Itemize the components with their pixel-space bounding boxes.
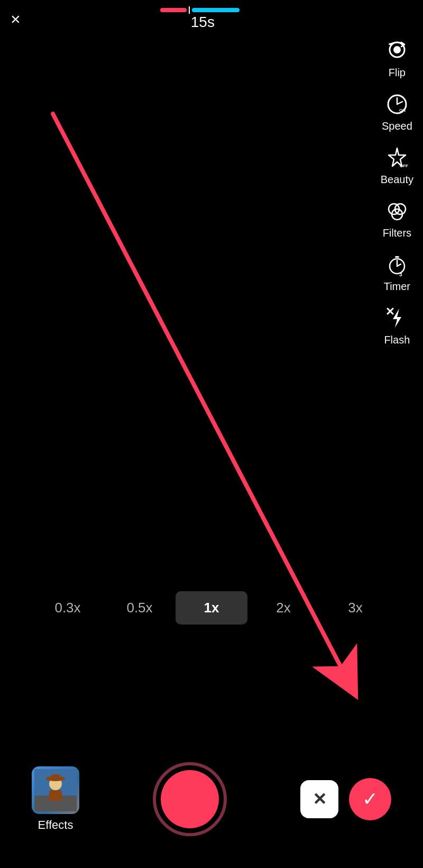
progress-cyan bbox=[192, 8, 240, 12]
svg-text:3: 3 bbox=[399, 272, 402, 276]
svg-point-1 bbox=[393, 46, 401, 53]
flip-label: Flip bbox=[389, 67, 406, 79]
top-bar: × 15s bbox=[0, 0, 423, 32]
zoom-1x[interactable]: 1x bbox=[176, 591, 247, 625]
zoom-0.5x[interactable]: 0.5x bbox=[104, 591, 176, 625]
timer-text: 15s bbox=[191, 14, 215, 31]
svg-rect-11 bbox=[395, 256, 399, 258]
record-button[interactable] bbox=[153, 762, 227, 836]
flash-icon bbox=[383, 304, 411, 332]
effects-thumbnail bbox=[32, 766, 79, 814]
effects-label: Effects bbox=[38, 818, 73, 832]
confirm-button[interactable]: ✓ bbox=[349, 778, 391, 820]
flash-label: Flash bbox=[384, 334, 410, 346]
svg-rect-21 bbox=[51, 774, 60, 780]
svg-text:OFF: OFF bbox=[400, 164, 408, 168]
record-button-inner bbox=[161, 770, 219, 828]
filters-label: Filters bbox=[383, 227, 411, 239]
bottom-controls: Effects ✕ ✓ bbox=[0, 762, 423, 836]
zoom-0.3x[interactable]: 0.3x bbox=[32, 591, 104, 625]
beauty-icon: OFF bbox=[383, 144, 411, 171]
timer-center: 15s bbox=[160, 7, 245, 31]
progress-divider bbox=[189, 6, 190, 14]
timer-label: Timer bbox=[384, 281, 410, 293]
delete-icon: ✕ bbox=[312, 789, 327, 809]
zoom-3x[interactable]: 3x bbox=[319, 591, 391, 625]
right-controls: Flip ON Speed OFF Beauty bbox=[381, 37, 413, 346]
timer-icon: 3 bbox=[383, 251, 411, 278]
delete-button[interactable]: ✕ bbox=[300, 780, 338, 818]
confirm-icon: ✓ bbox=[362, 788, 378, 810]
beauty-control[interactable]: OFF Beauty bbox=[381, 144, 413, 186]
speed-icon: ON bbox=[383, 91, 411, 118]
zoom-2x[interactable]: 2x bbox=[247, 591, 319, 625]
timer-control[interactable]: 3 Timer bbox=[383, 251, 411, 293]
svg-text:ON: ON bbox=[399, 108, 406, 113]
beauty-label: Beauty bbox=[381, 174, 413, 186]
flash-control[interactable]: Flash bbox=[383, 304, 411, 346]
close-button[interactable]: × bbox=[11, 11, 21, 28]
filters-icon bbox=[383, 197, 411, 225]
flip-icon bbox=[383, 37, 411, 65]
flip-control[interactable]: Flip bbox=[383, 37, 411, 79]
filters-control[interactable]: Filters bbox=[383, 197, 411, 239]
svg-rect-2 bbox=[389, 43, 392, 45]
progress-bar bbox=[160, 7, 245, 13]
effects-thumbnail-art bbox=[32, 766, 79, 814]
action-buttons: ✕ ✓ bbox=[300, 778, 391, 820]
progress-red bbox=[160, 8, 187, 12]
svg-rect-19 bbox=[49, 790, 62, 801]
zoom-bar: 0.3x 0.5x 1x 2x 3x bbox=[0, 591, 423, 625]
speed-label: Speed bbox=[382, 120, 412, 132]
arrow-overlay bbox=[0, 0, 423, 868]
speed-control[interactable]: ON Speed bbox=[382, 91, 412, 132]
effects-button[interactable]: Effects bbox=[32, 766, 79, 832]
